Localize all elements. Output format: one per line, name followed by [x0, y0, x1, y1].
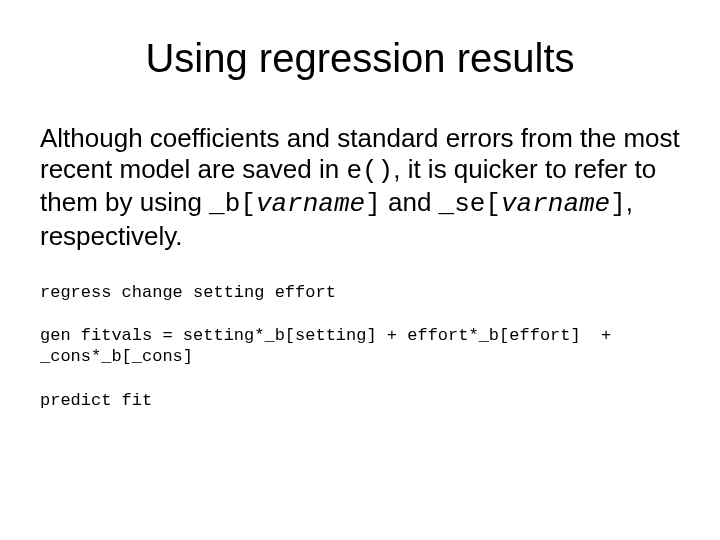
body-paragraph: Although coefficients and standard error… [40, 123, 680, 252]
inline-code-b-close: ] [365, 189, 381, 219]
slide: Using regression results Although coeffi… [0, 0, 720, 540]
slide-title: Using regression results [40, 36, 680, 81]
inline-code-se-close: ] [610, 189, 626, 219]
inline-code-e: e() [346, 156, 393, 186]
inline-code-b-open: _b[ [209, 189, 256, 219]
body-text: and [381, 187, 439, 217]
code-line-predict: predict fit [40, 390, 680, 411]
inline-code-se-open: _se[ [439, 189, 501, 219]
code-line-gen: gen fitvals = setting*_b[setting] + effo… [40, 325, 680, 368]
inline-varname: varname [501, 189, 610, 219]
code-line-regress: regress change setting effort [40, 282, 680, 303]
inline-varname: varname [256, 189, 365, 219]
